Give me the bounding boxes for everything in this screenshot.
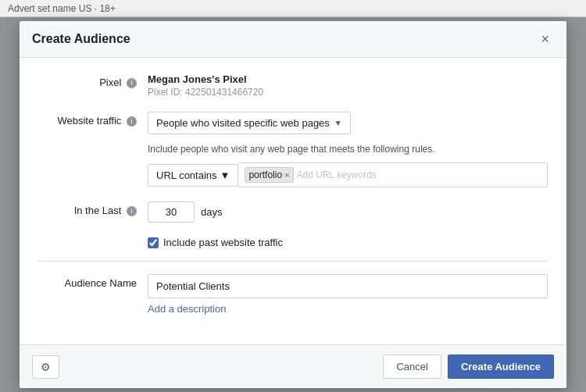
in-the-last-label: In the Last i <box>38 201 148 216</box>
modal-body: Pixel i Megan Jones's Pixel Pixel ID: 42… <box>20 58 566 344</box>
add-description-link[interactable]: Add a description <box>148 303 226 315</box>
modal-dialog: Create Audience × Pixel i Megan Jones's … <box>20 21 566 388</box>
in-the-last-row: In the Last i days <box>38 201 548 223</box>
website-traffic-dropdown-value: People who visited specific web pages <box>156 117 330 129</box>
modal-overlay: Create Audience × Pixel i Megan Jones's … <box>0 17 586 392</box>
gear-button[interactable]: ⚙ <box>32 355 59 379</box>
include-past-traffic-label: Include past website traffic <box>163 237 283 248</box>
footer-left: ⚙ <box>32 355 59 379</box>
pixel-info-icon[interactable]: i <box>127 78 137 88</box>
checkbox-row: Include past website traffic <box>148 237 548 248</box>
pixel-label: Pixel i <box>38 73 148 88</box>
url-condition-chevron-icon: ▼ <box>220 169 230 181</box>
audience-name-row: Audience Name Add a description <box>38 274 548 315</box>
url-rule-row: URL contains ▼ portfolio × Add URL keywo… <box>148 162 548 187</box>
create-audience-button[interactable]: Create Audience <box>448 355 554 379</box>
website-traffic-info-icon[interactable]: i <box>127 116 137 127</box>
website-traffic-content: People who visited specific web pages ▼ … <box>148 112 548 187</box>
in-the-last-info-icon[interactable]: i <box>127 206 137 216</box>
modal-footer: ⚙ Cancel Create Audience <box>20 344 566 388</box>
audience-name-content: Add a description <box>148 274 548 315</box>
pixel-content: Megan Jones's Pixel Pixel ID: 4225014314… <box>148 73 548 98</box>
divider <box>38 261 548 262</box>
website-traffic-dropdown[interactable]: People who visited specific web pages ▼ <box>148 112 351 134</box>
audience-name-input[interactable] <box>148 274 548 298</box>
url-input-placeholder: Add URL keywords <box>297 169 377 180</box>
rules-description: Include people who visit any web page th… <box>148 144 548 155</box>
rules-section: Include people who visit any web page th… <box>148 144 548 187</box>
audience-label: US · 18+ <box>79 3 116 14</box>
days-input[interactable] <box>148 201 195 223</box>
website-traffic-row: Website traffic i People who visited spe… <box>38 112 548 187</box>
pixel-id: Pixel ID: 422501431466720 <box>148 87 548 98</box>
pixel-name: Megan Jones's Pixel <box>148 73 548 85</box>
advert-set-label: Advert set name <box>8 3 76 14</box>
website-traffic-label: Website traffic i <box>38 112 148 127</box>
modal-close-button[interactable]: × <box>536 30 554 48</box>
gear-icon: ⚙ <box>41 361 51 373</box>
pixel-row: Pixel i Megan Jones's Pixel Pixel ID: 42… <box>38 73 548 98</box>
days-suffix: days <box>201 206 222 218</box>
in-the-last-content: days <box>148 201 548 223</box>
website-traffic-chevron-icon: ▼ <box>334 119 342 127</box>
footer-right: Cancel Create Audience <box>383 355 554 379</box>
url-tag-value: portfolio <box>248 169 282 180</box>
include-past-traffic-checkbox[interactable] <box>148 237 159 248</box>
url-input-area[interactable]: portfolio × Add URL keywords <box>238 162 548 187</box>
url-tag-close-icon[interactable]: × <box>284 171 289 180</box>
page-content: Create Audience × Pixel i Megan Jones's … <box>0 17 586 392</box>
modal-title: Create Audience <box>32 32 130 46</box>
url-tag: portfolio × <box>245 167 293 183</box>
url-condition-label: URL contains <box>156 169 217 181</box>
top-bar: Advert set name US · 18+ <box>0 0 586 17</box>
url-condition-dropdown[interactable]: URL contains ▼ <box>148 164 238 187</box>
audience-name-label: Audience Name <box>38 274 148 289</box>
cancel-button[interactable]: Cancel <box>383 355 441 379</box>
modal-header: Create Audience × <box>20 21 566 58</box>
